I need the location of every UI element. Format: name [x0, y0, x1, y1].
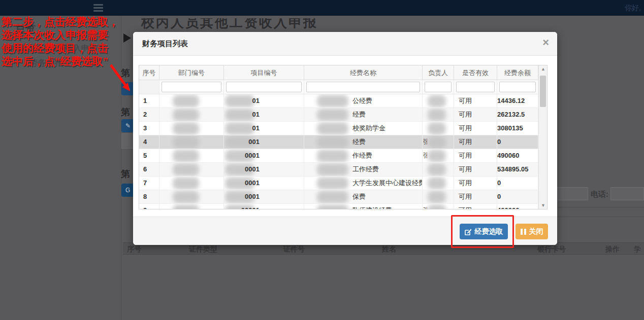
- redacted-dept: [173, 95, 199, 108]
- col-header-valid: 是否有效: [454, 65, 497, 80]
- col-header-project: 项目编号: [224, 65, 304, 80]
- redacted-leader: [428, 163, 446, 176]
- scrollbar-thumb[interactable]: [540, 76, 546, 107]
- redacted-name: [317, 204, 348, 209]
- table-scrollbar[interactable]: ▲ ▼: [538, 65, 547, 209]
- filter-input-balance[interactable]: [499, 82, 536, 92]
- background-panel-fragment: [121, 133, 133, 149]
- table-row[interactable]: 9 00001 队伍建设经费 张 可用 400000: [139, 204, 538, 209]
- table-body: 1 01 公经费 可用 14436.12 2 01 经费 可用 262132.5…: [139, 94, 538, 209]
- background-divider: [551, 207, 644, 207]
- step-label-fragment: 第: [121, 168, 133, 180]
- filter-input-name[interactable]: [306, 82, 420, 92]
- table-row[interactable]: 5 0001 作经费 张 可用 490060: [139, 149, 538, 163]
- pause-icon: [521, 229, 526, 235]
- background-col-header: 证件号: [283, 245, 305, 254]
- filter-input-valid[interactable]: [456, 82, 495, 92]
- table-row[interactable]: 4 001 经费 张 可用 0: [139, 135, 538, 149]
- finance-project-table: 序号 部门编号 项目编号 经费名称 负责人 是否有效 经费余额 1 01 公经费: [139, 65, 548, 209]
- redacted-leader: [428, 109, 446, 121]
- redacted-dept: [173, 191, 199, 203]
- redacted-leader: [428, 191, 446, 203]
- table-row[interactable]: 8 0001 保费 可用 0: [139, 190, 538, 204]
- redacted-dept: [173, 109, 199, 121]
- background-button-fragment: ✎: [121, 119, 133, 132]
- greeting-text: 你好,: [625, 4, 641, 13]
- finance-project-modal: 财务项目列表 × 序号 部门编号 项目编号 经费名称 负责人 是否有效 经费余额: [133, 32, 557, 245]
- table-row[interactable]: 6 0001 工作经费 可用 534895.05: [139, 163, 538, 176]
- redacted-name: [317, 163, 348, 176]
- redacted-dept: [173, 204, 199, 209]
- redacted-name: [317, 136, 348, 149]
- table-header-row: 序号 部门编号 项目编号 经费名称 负责人 是否有效 经费余额: [139, 65, 538, 80]
- top-navbar: 你好,: [0, 0, 644, 16]
- modal-header: 财务项目列表 ×: [133, 32, 557, 56]
- annotation-text: 第二步，点击经费选取， 选择本次收入申报需要 使用的经费项目，点击 选中后，点“…: [2, 15, 134, 68]
- redacted-dept: [173, 163, 199, 176]
- redacted-dept: [173, 177, 199, 190]
- redacted-leader: [428, 122, 446, 135]
- redacted-leader: [428, 150, 446, 162]
- scroll-up-icon[interactable]: ▲: [539, 65, 548, 73]
- background-col-header: 学: [634, 245, 641, 254]
- table-filter-row: [139, 80, 538, 94]
- redacted-leader: [428, 177, 446, 190]
- filter-input-dept[interactable]: [162, 82, 221, 92]
- step-label-fragment: 第: [121, 106, 133, 118]
- table-row[interactable]: 1 01 公经费 可用 14436.12: [139, 94, 538, 108]
- table-row[interactable]: 7 0001 大学生发展中心建设经费 可用 0: [139, 176, 538, 190]
- step-label-fragment: 第: [121, 67, 133, 79]
- scroll-down-icon[interactable]: ▼: [539, 202, 548, 209]
- redacted-name: [317, 150, 348, 162]
- redacted-name: [317, 95, 348, 108]
- col-header-dept: 部门编号: [159, 65, 224, 80]
- background-col-header: 银行卡号: [537, 245, 566, 254]
- modal-footer: 经费选取 关闭: [133, 217, 557, 245]
- redacted-dept: [173, 122, 199, 135]
- background-page-heading: 校内人员其他工资收入申报: [141, 18, 355, 31]
- redacted-leader: [428, 95, 446, 108]
- redacted-leader: [428, 204, 446, 209]
- modal-title: 财务项目列表: [142, 39, 188, 49]
- col-header-balance: 经费余额: [497, 65, 538, 80]
- col-header-leader: 负责人: [423, 65, 454, 80]
- background-phone-input: [610, 187, 644, 200]
- col-header-name: 经费名称: [304, 65, 423, 80]
- filter-input-leader[interactable]: [425, 82, 452, 92]
- table-row[interactable]: 3 01 校奖助学金 可用 3080135: [139, 122, 538, 135]
- background-divider: [551, 217, 644, 217]
- close-icon[interactable]: ×: [542, 37, 549, 48]
- background-col-header: 证件类型: [189, 245, 217, 254]
- redacted-name: [317, 191, 348, 203]
- phone-label: 电话:: [591, 190, 608, 199]
- redacted-name: [317, 177, 348, 190]
- background-col-header: 操作: [605, 245, 620, 254]
- redacted-dept: [173, 136, 199, 149]
- hamburger-menu-icon[interactable]: [93, 4, 103, 12]
- close-modal-button[interactable]: 关闭: [516, 224, 548, 239]
- redacted-leader: [428, 136, 446, 149]
- select-funds-button[interactable]: 经费选取: [460, 224, 508, 239]
- redacted-dept: [173, 150, 199, 162]
- table-row[interactable]: 2 01 经费 可用 262132.5: [139, 108, 538, 122]
- redacted-name: [317, 122, 348, 135]
- col-header-no: 序号: [139, 65, 159, 80]
- background-button-fragment: ✎: [121, 82, 133, 95]
- edit-icon: [465, 228, 472, 235]
- filter-input-project[interactable]: [226, 82, 302, 92]
- background-button-fragment: G: [121, 184, 133, 197]
- redacted-name: [317, 109, 348, 121]
- background-input-fragment: [553, 187, 588, 200]
- background-col-header: 序号: [127, 245, 141, 254]
- background-col-header: 姓名: [382, 245, 396, 254]
